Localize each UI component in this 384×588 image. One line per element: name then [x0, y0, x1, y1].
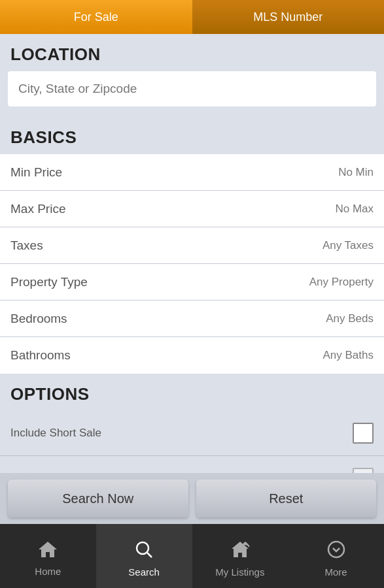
mls-number-tab[interactable]: MLS Number — [192, 0, 385, 34]
bedrooms-label: Bedrooms — [10, 312, 67, 326]
search-icon — [134, 540, 154, 564]
search-now-button[interactable]: Search Now — [8, 480, 188, 517]
taxes-label: Taxes — [10, 238, 43, 253]
bathrooms-row[interactable]: Bathrooms Any Baths — [0, 337, 384, 374]
listings-icon — [230, 540, 251, 564]
location-input[interactable] — [8, 71, 376, 106]
bottom-navigation: Home Search My Listings — [0, 524, 384, 588]
taxes-value: Any Taxes — [323, 239, 374, 252]
basics-rows: Min Price No Min Max Price No Max Taxes … — [0, 154, 384, 374]
basics-section-header: BASICS — [0, 117, 384, 154]
svg-marker-0 — [39, 542, 57, 557]
property-type-value: Any Property — [309, 276, 374, 289]
location-section-header: LOCATION — [0, 34, 384, 71]
options-section-header: OPTIONS — [0, 374, 384, 411]
nav-more[interactable]: More — [288, 524, 384, 588]
location-title: LOCATION — [10, 44, 101, 64]
min-price-label: Min Price — [10, 165, 62, 180]
min-price-value: No Min — [338, 166, 374, 179]
basics-title: BASICS — [10, 127, 77, 147]
svg-line-2 — [147, 553, 152, 557]
nav-search[interactable]: Search — [96, 524, 192, 588]
nav-my-listings-label: My Listings — [215, 566, 264, 578]
action-buttons-bar: Search Now Reset — [0, 473, 384, 524]
reset-button[interactable]: Reset — [196, 480, 377, 517]
short-sale-checkbox[interactable] — [353, 423, 374, 444]
svg-point-1 — [137, 542, 148, 554]
nav-home-label: Home — [35, 566, 61, 577]
include-short-sale-row[interactable]: Include Short Sale — [0, 411, 384, 456]
top-tab-bar: For Sale MLS Number — [0, 0, 384, 34]
for-sale-tab[interactable]: For Sale — [0, 0, 192, 34]
bathrooms-value: Any Baths — [323, 349, 374, 362]
bathrooms-label: Bathrooms — [10, 348, 71, 363]
svg-point-5 — [328, 542, 344, 557]
bedrooms-value: Any Beds — [326, 312, 374, 325]
main-content: LOCATION BASICS Min Price No Min Max Pri… — [0, 34, 384, 524]
options-title: OPTIONS — [10, 384, 90, 404]
nav-my-listings[interactable]: My Listings — [192, 524, 288, 588]
taxes-row[interactable]: Taxes Any Taxes — [0, 227, 384, 264]
location-container — [0, 71, 384, 117]
bedrooms-row[interactable]: Bedrooms Any Beds — [0, 301, 384, 337]
nav-more-label: More — [325, 566, 347, 578]
nav-home[interactable]: Home — [0, 524, 96, 588]
nav-search-label: Search — [128, 566, 160, 578]
property-type-label: Property Type — [10, 275, 88, 289]
home-icon — [37, 540, 58, 563]
property-type-row[interactable]: Property Type Any Property — [0, 264, 384, 301]
min-price-row[interactable]: Min Price No Min — [0, 154, 384, 191]
max-price-label: Max Price — [10, 202, 65, 216]
more-icon — [326, 540, 346, 564]
short-sale-label: Include Short Sale — [10, 427, 101, 440]
max-price-row[interactable]: Max Price No Max — [0, 191, 384, 227]
max-price-value: No Max — [335, 203, 374, 216]
